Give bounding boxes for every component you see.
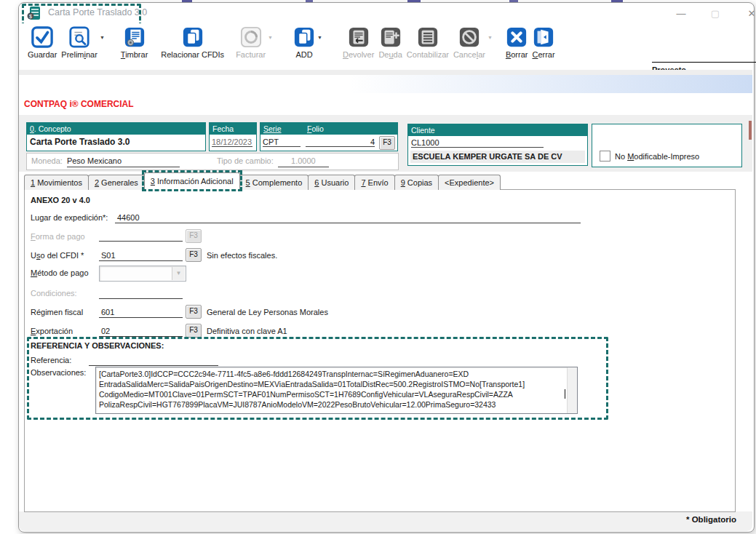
brand-text: CONTPAQ i® COMERCIAL: [24, 99, 134, 109]
toolbar-dropdown-preliminar[interactable]: ▼: [100, 35, 105, 40]
screenshot-canvas: $ Carta Porte Traslado 3.0 — ▢ ✕ Guardar…: [0, 0, 756, 534]
lugar-expedicion-input[interactable]: [115, 212, 581, 223]
exportacion-input[interactable]: [99, 326, 183, 337]
regimen-fiscal-input[interactable]: [99, 307, 183, 318]
observaciones-scrollbar[interactable]: [567, 367, 577, 413]
tab-generales[interactable]: 2 Generales: [88, 175, 145, 190]
folio-header: Folio: [307, 123, 324, 135]
obligatorio-note: * Obligatorio: [686, 515, 736, 524]
concepto-box: 0. Concepto Carta Porte Traslado 3.0: [26, 122, 206, 151]
title-bar[interactable]: $ Carta Porte Traslado 3.0 — ▢ ✕: [19, 3, 752, 23]
referencia-label: Referencia:: [31, 356, 71, 364]
debt-doc-icon: [380, 26, 402, 48]
toolbar-button-label: Borrar: [506, 50, 528, 59]
cliente-name: ESCUELA KEMPER URGATE SA DE CV: [410, 151, 585, 163]
serie-value[interactable]: CPT: [263, 138, 301, 147]
toolbar-button-add[interactable]: ADD: [293, 26, 315, 59]
forma-pago-f3-button: F3: [186, 229, 202, 243]
close-icon[interactable]: ✕: [741, 6, 756, 22]
concepto-header: 0. Concepto: [27, 123, 205, 135]
forma-pago-input: [99, 231, 183, 242]
window-title: Carta Porte Traslado 3.0: [48, 7, 147, 17]
document-banner: [19, 75, 752, 93]
fecha-box: Fecha 18/12/2023: [209, 122, 257, 151]
cliente-code[interactable]: CL1000: [411, 138, 544, 148]
referencia-input[interactable]: [89, 355, 218, 366]
toolbar-dropdown-cancelar: ▼: [488, 35, 493, 40]
tab-envio[interactable]: 7 Envío: [354, 175, 394, 190]
observaciones-line: EntradaSalidaMerc=SalidaPaisOrigenDestin…: [99, 379, 565, 389]
uso-cfdi-f3-button[interactable]: F3: [186, 248, 202, 262]
toolbar-button-cancelar: Cancelar: [453, 26, 485, 59]
tab-movimientos[interactable]: 1 Movimientos: [24, 175, 89, 190]
invoice-circle-icon: [240, 26, 262, 48]
condiciones-input: [99, 288, 183, 299]
no-modificable-checkbox[interactable]: [600, 151, 610, 162]
observaciones-label: Observaciones:: [31, 368, 86, 377]
tipo-cambio-value[interactable]: 1.0000: [278, 156, 329, 167]
maximize-icon[interactable]: ▢: [704, 6, 726, 22]
uso-cfdi-label: Uso del CFDI *: [31, 251, 84, 260]
toolbar-button-label: Relacionar CFDIs: [161, 50, 224, 59]
preview-doc-icon: [68, 26, 90, 48]
toolbar-button-label: ADD: [295, 50, 312, 59]
moneda-value[interactable]: Peso Mexicano: [67, 156, 180, 167]
toolbar-button-timbrar[interactable]: Timbrar: [121, 26, 148, 59]
concepto-value[interactable]: Carta Porte Traslado 3.0: [27, 135, 205, 147]
save-check-icon: [31, 26, 53, 48]
tab-expediente[interactable]: <Expediente>: [438, 175, 501, 190]
toolbar-button-devolver: Devolver: [343, 26, 374, 59]
lugar-expedicion-label: Lugar de expedición*:: [31, 213, 108, 222]
toolbar-button-contabilizar: Contabilizar: [407, 26, 449, 59]
toolbar-buttons: GuardarPreliminar▼TimbrarRelacionar CFDI…: [19, 23, 752, 59]
footer-bar: * Obligatorio: [19, 511, 752, 531]
observaciones-textarea[interactable]: [CartaPorte3.0]IdCCP=CCC2c94e-7711-4fc5-…: [95, 367, 578, 414]
exportacion-f3-button[interactable]: F3: [186, 324, 202, 338]
folio-f3-button[interactable]: F3: [379, 136, 395, 150]
add-docs-icon: [293, 26, 315, 48]
uso-cfdi-input[interactable]: [99, 250, 183, 261]
toolbar-button-guardar[interactable]: Guardar: [28, 26, 57, 59]
observaciones-line: CodigoMedio=MT001Clave=01PermSCT=TPAF01N…: [99, 389, 565, 399]
referencia-section-title: REFERENCIA Y OBSERVACIONES:: [31, 341, 164, 350]
toolbar-button-relacionar[interactable]: Relacionar CFDIs: [161, 26, 224, 59]
toolbar-button-label: Timbrar: [121, 50, 148, 59]
minimize-icon[interactable]: —: [670, 6, 692, 22]
uso-cfdi-description: Sin efectos fiscales.: [207, 251, 277, 260]
moneda-box: Moneda: Peso Mexicano Tipo de cambio: 1.…: [26, 153, 399, 170]
tab-copias[interactable]: 9 Copias: [394, 175, 439, 190]
combo-arrow-icon: ▼: [172, 267, 185, 280]
exit-door-icon: [533, 26, 554, 48]
observaciones-line: PolizaRespCivil=HGT767899PlacaVM=JUI8787…: [99, 399, 565, 410]
exportacion-label: Exportación: [31, 327, 73, 335]
toolbar-dropdown-add[interactable]: ▼: [317, 35, 322, 40]
forma-pago-label: Forma de pago: [31, 232, 85, 241]
toolbar-button-label: Cancelar: [453, 50, 485, 59]
toolbar-button-borrar[interactable]: Borrar: [506, 26, 528, 59]
fecha-value[interactable]: 18/12/2023: [212, 138, 252, 147]
tab-usuario[interactable]: 6 Usuario: [308, 175, 355, 190]
observaciones-text: [CartaPorte3.0]IdCCP=CCC2c94e-7711-4fc5-…: [99, 369, 565, 413]
svg-text:$: $: [29, 14, 32, 19]
moneda-label: Moneda:: [31, 156, 63, 165]
toolbar-button-cerrar[interactable]: Cerrar: [532, 26, 554, 59]
proyecto-input[interactable]: [652, 62, 756, 63]
toolbar-button-label: Cerrar: [532, 50, 554, 59]
toolbar-button-label: Devolver: [343, 50, 374, 59]
stamp-doc-icon: [124, 26, 146, 48]
toolbar-button-deuda: Deuda: [378, 26, 402, 59]
toolbar: GuardarPreliminar▼TimbrarRelacionar CFDI…: [19, 23, 752, 70]
tab-informacion-adicional[interactable]: 3 Información Adicional: [144, 172, 240, 190]
regimen-fiscal-f3-button[interactable]: F3: [186, 305, 202, 319]
annotation-active-tab: [142, 170, 242, 191]
serie-header: Serie: [263, 124, 282, 133]
tab-complemento[interactable]: 5 Complemento: [239, 175, 309, 190]
regimen-fiscal-label: Régimen fiscal: [31, 308, 83, 316]
folio-value[interactable]: 4: [306, 138, 375, 147]
delete-x-icon: [506, 26, 528, 48]
toolbar-button-preliminar[interactable]: Preliminar: [61, 26, 98, 59]
serie-folio-header: Serie Folio: [260, 123, 397, 135]
toolbar-button-label: Guardar: [28, 50, 57, 59]
toolbar-button-facturar: Facturar: [236, 26, 266, 59]
anexo-title: ANEXO 20 v 4.0: [31, 196, 90, 204]
